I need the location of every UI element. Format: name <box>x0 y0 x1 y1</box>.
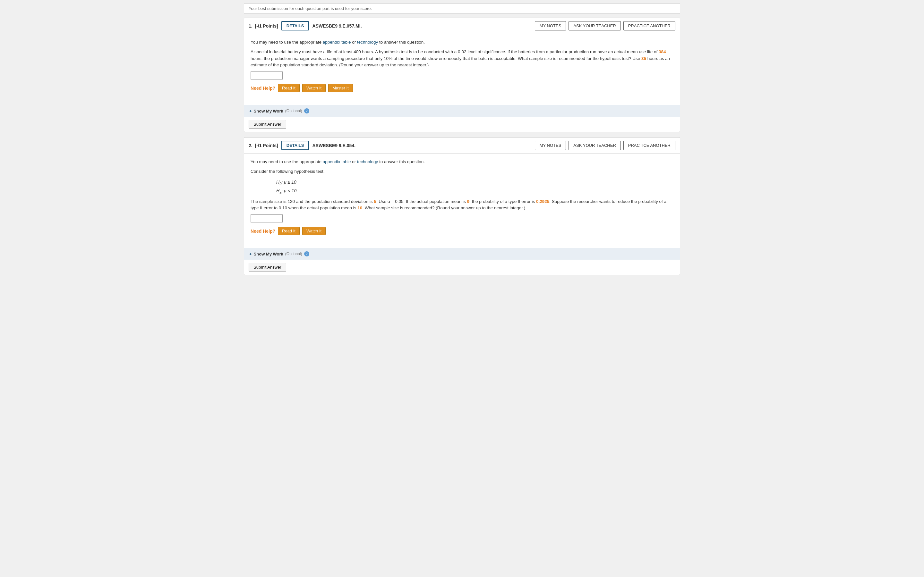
question-header-2: 2. [-/1 Points] DETAILS ASWESBE9 9.E.054… <box>244 137 680 153</box>
watch-it-button-1[interactable]: Watch It <box>302 84 326 92</box>
show-work-toggle-2[interactable]: + <box>249 251 252 256</box>
master-it-button-1[interactable]: Master It <box>328 84 353 92</box>
ask-teacher-button-2[interactable]: ASK YOUR TEACHER <box>569 141 620 150</box>
need-help-label-2: Need Help? <box>250 229 275 234</box>
page-wrapper: Your best submission for each question p… <box>241 0 683 284</box>
intro-line-2: You may need to use the appropriate appe… <box>250 159 674 165</box>
need-help-label-1: Need Help? <box>250 85 275 91</box>
watch-it-button-2[interactable]: Watch It <box>302 227 326 235</box>
help-icon-2[interactable]: ? <box>304 251 309 256</box>
details-button-1[interactable]: DETAILS <box>281 21 309 31</box>
show-work-label-1: Show My Work <box>254 109 283 113</box>
read-it-button-2[interactable]: Read It <box>278 227 300 235</box>
ha-line: Ha: μ < 10 <box>276 187 674 196</box>
question-1-points: 1. [-/1 Points] <box>249 23 278 29</box>
my-notes-button-1[interactable]: MY NOTES <box>535 21 566 31</box>
top-note: Your best submission for each question p… <box>244 3 680 14</box>
question-1-code: ASWESBE9 9.E.057.MI. <box>312 23 531 29</box>
details-button-2[interactable]: DETAILS <box>281 141 309 150</box>
submit-area-2: Submit Answer <box>244 259 680 275</box>
show-work-toggle-1[interactable]: + <box>249 109 252 113</box>
optional-label-2: (Optional) <box>285 251 302 256</box>
answer-input-2[interactable] <box>250 214 283 222</box>
question-body-2: You may need to use the appropriate appe… <box>244 153 680 245</box>
body-text-2: The sample size is 120 and the populatio… <box>250 198 674 211</box>
practice-another-button-1[interactable]: PRACTICE ANOTHER <box>624 21 675 31</box>
intro-line-1: You may need to use the appropriate appe… <box>250 39 674 45</box>
submit-button-1[interactable]: Submit Answer <box>249 120 286 129</box>
question-body-1: You may need to use the appropriate appe… <box>244 34 680 102</box>
question-2-points: 2. [-/1 Points] <box>249 143 278 148</box>
submit-button-2[interactable]: Submit Answer <box>249 263 286 271</box>
optional-label-1: (Optional) <box>285 109 302 113</box>
show-work-bar-2: + Show My Work (Optional) ? <box>244 248 680 259</box>
top-note-text: Your best submission for each question p… <box>249 6 372 11</box>
question-2-code: ASWESBE9 9.E.054. <box>312 143 531 148</box>
practice-another-button-2[interactable]: PRACTICE ANOTHER <box>624 141 675 150</box>
header-actions-1: MY NOTES ASK YOUR TEACHER PRACTICE ANOTH… <box>535 21 675 31</box>
question-block-2: 2. [-/1 Points] DETAILS ASWESBE9 9.E.054… <box>244 137 680 275</box>
body-pre-2: Consider the following hypothesis test. <box>250 168 674 175</box>
need-help-row-1: Need Help? Read It Watch It Master It <box>250 84 674 92</box>
my-notes-button-2[interactable]: MY NOTES <box>535 141 566 150</box>
header-actions-2: MY NOTES ASK YOUR TEACHER PRACTICE ANOTH… <box>535 141 675 150</box>
answer-input-1[interactable] <box>250 71 283 79</box>
h0-line: H0: μ ≥ 10 <box>276 178 674 187</box>
ask-teacher-button-1[interactable]: ASK YOUR TEACHER <box>569 21 620 31</box>
body-text-1: A special industrial battery must have a… <box>250 49 674 68</box>
hypothesis-block-2: H0: μ ≥ 10 Ha: μ < 10 <box>276 178 674 196</box>
question-header-1: 1. [-/1 Points] DETAILS ASWESBE9 9.E.057… <box>244 18 680 34</box>
read-it-button-1[interactable]: Read It <box>278 84 300 92</box>
need-help-row-2: Need Help? Read It Watch It <box>250 227 674 235</box>
help-icon-1[interactable]: ? <box>304 108 309 113</box>
question-block-1: 1. [-/1 Points] DETAILS ASWESBE9 9.E.057… <box>244 18 680 132</box>
submit-area-1: Submit Answer <box>244 117 680 132</box>
show-work-bar-1: + Show My Work (Optional) ? <box>244 105 680 117</box>
show-work-label-2: Show My Work <box>254 251 283 256</box>
